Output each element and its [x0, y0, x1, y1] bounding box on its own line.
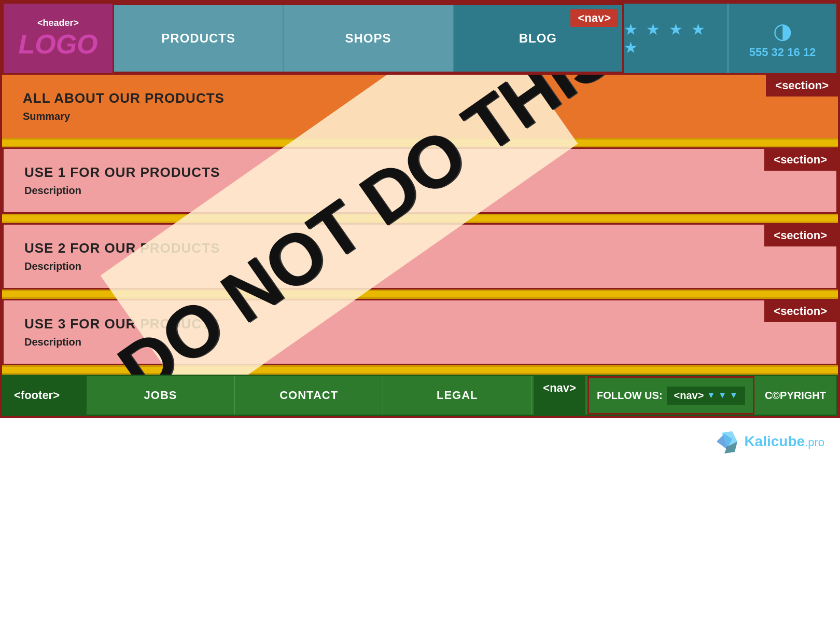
- page-header: <header> LOGO <nav> PRODUCTS SHOPS BLOG …: [2, 2, 838, 75]
- kalicube-branding: Kalicube.pro: [0, 418, 840, 465]
- nav-tag-label: <nav>: [570, 9, 618, 27]
- nav-item-shops[interactable]: SHOPS: [284, 5, 453, 72]
- page-body: DO NOT DO THIS ALL ABOUT OUR PRODUCTS Su…: [2, 75, 838, 375]
- section-use3: USE 3 FOR OUR PRODUCTS Description <sect…: [2, 299, 838, 365]
- kalicube-name: Kalicube.pro: [744, 433, 824, 450]
- nav-item-products[interactable]: PRODUCTS: [114, 5, 284, 72]
- header-tag-label: <header>: [37, 18, 79, 29]
- section-products-content: ALL ABOUT OUR PRODUCTS Summary: [23, 90, 225, 122]
- section-use2-body: Description: [24, 260, 220, 272]
- footer-item-contact[interactable]: CONTACT: [235, 376, 383, 415]
- follow-arrow-3: ▼: [730, 391, 738, 400]
- nav-items-list: PRODUCTS SHOPS BLOG: [114, 5, 622, 72]
- stars-icons: ★ ★ ★ ★ ★: [624, 20, 727, 57]
- yellow-divider-1: [2, 138, 838, 147]
- stars-rating: ★ ★ ★ ★ ★: [624, 4, 727, 73]
- footer-nav-tag: <nav>: [534, 376, 585, 415]
- section-use3-body: Description: [24, 336, 220, 348]
- logo-area: <header> LOGO: [4, 4, 113, 73]
- follow-nav-tag: <nav> ▼ ▼ ▼: [667, 387, 745, 405]
- section-use3-content: USE 3 FOR OUR PRODUCTS Description: [24, 316, 220, 348]
- logo-text: LOGO: [18, 29, 97, 60]
- footer-copyright: C©PYRIGHT: [754, 376, 836, 415]
- section-use2-content: USE 2 FOR OUR PRODUCTS Description: [24, 240, 220, 272]
- section-products-body: Summary: [23, 111, 225, 122]
- section-use1-body: Description: [24, 185, 220, 197]
- section-tag-2: <section>: [764, 149, 836, 171]
- follow-arrow-2: ▼: [718, 391, 726, 400]
- section-use1-content: USE 1 FOR OUR PRODUCTS Description: [24, 164, 220, 197]
- section-tag-3: <section>: [764, 225, 836, 246]
- yellow-divider-3: [2, 290, 838, 299]
- footer-tag-label: <footer>: [4, 376, 87, 415]
- main-nav: <nav> PRODUCTS SHOPS BLOG: [113, 4, 624, 73]
- section-use2: USE 2 FOR OUR PRODUCTS Description <sect…: [2, 223, 838, 290]
- section-products: ALL ABOUT OUR PRODUCTS Summary <section>: [2, 75, 838, 138]
- kalicube-icon: [714, 429, 740, 455]
- phone-number: 555 32 16 12: [749, 46, 816, 59]
- section-use3-heading: USE 3 FOR OUR PRODUCTS: [24, 316, 220, 332]
- footer-item-legal[interactable]: LEGAL: [383, 376, 531, 415]
- phone-area: ◑ 555 32 16 12: [727, 4, 836, 73]
- footer-item-jobs[interactable]: JOBS: [87, 376, 235, 415]
- footer-nav: JOBS CONTACT LEGAL <nav>: [87, 376, 587, 415]
- footer-follow-us: FOLLOW US: <nav> ▼ ▼ ▼: [587, 376, 754, 415]
- section-use1-heading: USE 1 FOR OUR PRODUCTS: [24, 164, 220, 181]
- follow-arrow-1: ▼: [707, 391, 715, 400]
- section-use1: USE 1 FOR OUR PRODUCTS Description <sect…: [2, 147, 838, 214]
- phone-icon: ◑: [773, 18, 792, 44]
- yellow-divider-4: [2, 365, 838, 375]
- kalicube-logo: Kalicube.pro: [714, 429, 824, 455]
- section-use2-heading: USE 2 FOR OUR PRODUCTS: [24, 240, 220, 256]
- section-tag-4: <section>: [764, 300, 836, 322]
- follow-label: FOLLOW US:: [597, 390, 663, 402]
- yellow-divider-2: [2, 214, 838, 223]
- section-tag-1: <section>: [766, 75, 838, 97]
- section-products-heading: ALL ABOUT OUR PRODUCTS: [23, 90, 225, 106]
- page-footer: <footer> JOBS CONTACT LEGAL <nav> FOLLOW…: [2, 375, 838, 416]
